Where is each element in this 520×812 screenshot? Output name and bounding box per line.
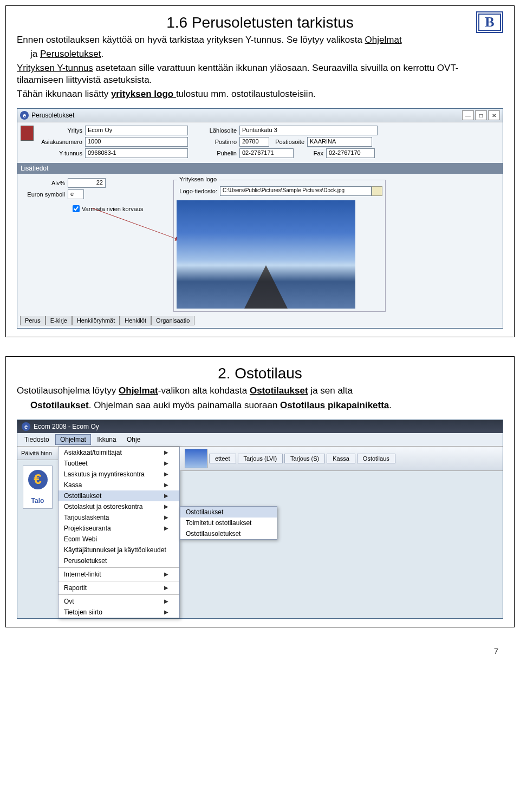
browse-button[interactable] [372, 186, 382, 196]
chevron-right-icon: ▶ [164, 571, 168, 577]
menu-item-kassa[interactable]: Kassa▶ [58, 480, 179, 490]
submenu-ostotilaukset[interactable]: Ostotilaukset [180, 507, 277, 518]
euro-icon: € [28, 470, 48, 489]
label-alv: Alv% [22, 180, 68, 186]
menu-separator [58, 594, 179, 595]
text: tulostuu mm. ostotilaustulosteisiin. [176, 89, 316, 99]
toolbtn-tarjous-lvi[interactable]: Tarjous (LVI) [238, 454, 283, 463]
menu-item-internet-linkit[interactable]: Internet-linkit▶ [58, 569, 179, 580]
checkbox-varmista[interactable] [73, 205, 80, 212]
sidebar-icon[interactable] [21, 126, 34, 141]
label-postiosoite: Postiosoite [269, 139, 307, 145]
toolbtn-tarjous-s[interactable]: Tarjous (S) [284, 454, 325, 463]
menu-item-k-ytt-j-tunnukset-ja-k-ytt-oikeudet[interactable]: Käyttäjätunnukset ja käyttöoikeudet [58, 545, 179, 555]
submenu-oletukset[interactable]: Ostotilausoletukset [180, 528, 277, 539]
menu-item-label: Raportit [64, 584, 87, 592]
menu-ikkuna[interactable]: Ikkuna [93, 435, 120, 444]
input-postiosoite[interactable]: KAARINA [307, 137, 372, 147]
ohjelmat-dropdown: Asiakkaat/toimittajat▶Tuotteet▶Laskutus … [58, 447, 180, 618]
chevron-right-icon: ▶ [164, 585, 168, 591]
input-asiakasnumero[interactable]: 1000 [85, 137, 188, 147]
label-logotiedosto: Logo-tiedosto: [177, 188, 220, 194]
toolbtn-etteet[interactable]: etteet [209, 454, 236, 463]
menu-item-label: Kassa [64, 481, 82, 489]
tab-organisaatio[interactable]: Organisaatio [151, 316, 194, 325]
input-postinro[interactable]: 20780 [239, 137, 269, 147]
menu-item-raportit[interactable]: Raportit▶ [58, 582, 179, 593]
menu-item-tarjouslaskenta[interactable]: Tarjouslaskenta▶ [58, 512, 179, 523]
label-ytunnus: Y-tunnus [39, 150, 85, 156]
tab-ekirje[interactable]: E-kirje [46, 316, 72, 325]
app-title: Ecom 2008 - Ecom Oy [34, 423, 99, 430]
slide2-para1b: Ostotilaukset. Ohjelman saa auki myös pa… [30, 400, 503, 411]
section-lisatiedot: Lisätiedot [17, 163, 503, 174]
tab-perus[interactable]: Perus [20, 316, 46, 325]
menu-item-ostotilaukset[interactable]: Ostotilaukset▶ [58, 490, 179, 501]
menu-item-ecom-webi[interactable]: Ecom Webi [58, 534, 179, 545]
menu-item-ostolaskut-ja-ostoreskontra[interactable]: Ostolaskut ja ostoreskontra▶ [58, 501, 179, 512]
minimize-button[interactable]: — [462, 110, 474, 120]
slide-1-title: 1.6 Perusoletusten tarkistus [17, 14, 503, 31]
input-logotiedosto[interactable]: C:\Users\Public\Pictures\Sample Pictures… [220, 186, 372, 196]
input-alv[interactable]: 22 [68, 178, 106, 188]
menu-item-label: Asiakkaat/toimittajat [64, 449, 122, 456]
menubar: Tiedosto Ohjelmat Ikkuna Ohje [17, 433, 503, 447]
tab-henkiloryh[interactable]: Henkilöryhmät [72, 316, 120, 325]
menu-ohje[interactable]: Ohje [122, 435, 145, 444]
text: . [389, 400, 392, 410]
menu-item-label: Tuotteet [64, 460, 88, 467]
menu-separator [58, 581, 179, 581]
menu-item-label: Perusoletukset [64, 557, 107, 565]
slide2-para1: Ostotilausohjelma löytyy Ohjelmat-valiko… [17, 385, 503, 397]
company-logo: B [476, 11, 503, 33]
tab-henkilot[interactable]: Henkilöt [120, 316, 151, 325]
window-title: Perusoletukset [31, 112, 74, 119]
input-euron[interactable]: e [68, 189, 84, 199]
chevron-right-icon: ▶ [164, 482, 168, 488]
toolbar-thumb-icon[interactable] [185, 449, 207, 468]
ecom-app-window: e Ecom 2008 - Ecom Oy Tiedosto Ohjelmat … [17, 420, 503, 619]
text: Ostotilausohjelma löytyy [17, 385, 119, 396]
menu-item-laskutus-ja-myyntireskontra[interactable]: Laskutus ja myyntireskontra▶ [58, 469, 179, 480]
menu-tiedosto[interactable]: Tiedosto [20, 435, 54, 444]
menu-item-label: Ostotilaukset [64, 492, 101, 500]
chevron-right-icon: ▶ [164, 493, 168, 499]
app-titlebar[interactable]: e Ecom 2008 - Ecom Oy [17, 420, 503, 433]
logo-preview-image [177, 200, 355, 309]
menu-item-label: Käyttäjätunnukset ja käyttöoikeudet [64, 546, 166, 554]
window-titlebar[interactable]: e Perusoletukset — □ ✕ [17, 109, 503, 122]
menu-item-ovt[interactable]: Ovt▶ [58, 596, 179, 607]
menu-item-asiakkaat-toimittajat[interactable]: Asiakkaat/toimittajat▶ [58, 447, 179, 458]
toolbtn-kassa[interactable]: Kassa [327, 454, 355, 463]
perusoletukset-window: e Perusoletukset — □ ✕ Yritys Ecom Oy [17, 108, 503, 329]
maximize-button[interactable]: □ [475, 110, 487, 120]
bold-ostotilaus-pika: Ostotilaus pikapainiketta [280, 400, 389, 410]
text: ja [30, 49, 40, 59]
menu-item-label: Ostolaskut ja ostoreskontra [64, 503, 142, 510]
side-panel[interactable]: € Talo [23, 466, 53, 509]
para-1: Ennen ostotilauksen käyttöä on hyvä tark… [17, 34, 503, 46]
input-fax[interactable]: 02-2767170 [326, 148, 375, 158]
label-euron: Euron symboli [22, 191, 68, 198]
menu-item-tuotteet[interactable]: Tuotteet▶ [58, 458, 179, 469]
groupbox-logo: Yrityksen logo Logo-tiedosto: C:\Users\P… [173, 180, 386, 312]
slide-2-title: 2. Ostotilaus [17, 365, 503, 382]
input-lahiosoite[interactable]: Puntarikatu 3 [239, 126, 378, 135]
menu-item-tietojen-siirto[interactable]: Tietojen siirto▶ [58, 607, 179, 618]
close-button[interactable]: ✕ [488, 110, 500, 120]
menu-ohjelmat[interactable]: Ohjelmat [55, 434, 91, 445]
menu-item-projektiseuranta[interactable]: Projektiseuranta▶ [58, 523, 179, 534]
page-number: 7 [5, 646, 515, 656]
menu-item-perusoletukset[interactable]: Perusoletukset [58, 555, 179, 566]
toolbtn-ostotilaus[interactable]: Ostotilaus [357, 454, 395, 463]
text: Ennen ostotilauksen käyttöä on hyvä tark… [17, 35, 365, 45]
submenu-toimitetut[interactable]: Toimitetut ostotilaukset [180, 518, 277, 528]
text: -valikon alta kohdasta [158, 385, 250, 396]
input-ytunnus[interactable]: 0968083-1 [85, 148, 188, 158]
input-yritys[interactable]: Ecom Oy [85, 126, 188, 135]
menu-item-label: Tarjouslaskenta [64, 514, 109, 521]
input-puhelin[interactable]: 02-2767171 [239, 148, 294, 158]
toolbar-label-paiv[interactable]: Päivitä hinn [20, 449, 57, 457]
chevron-right-icon: ▶ [164, 460, 168, 466]
groupbox-logo-title: Yrityksen logo [177, 176, 219, 182]
